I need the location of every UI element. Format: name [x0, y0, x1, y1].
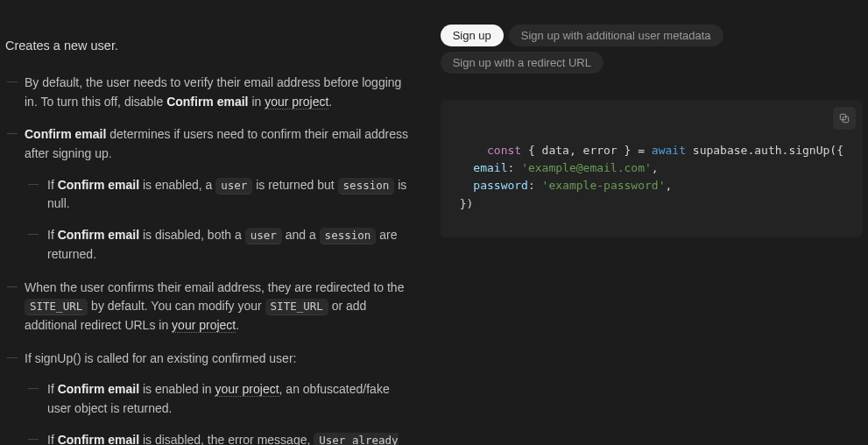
- example-panel: Sign up Sign up with additional user met…: [420, 0, 868, 445]
- your-project-link[interactable]: your project: [215, 382, 279, 397]
- list-item: Confirm email determines if users need t…: [5, 125, 414, 264]
- example-tabs: Sign up Sign up with additional user met…: [441, 25, 863, 74]
- code-chip: session: [320, 228, 377, 244]
- list-item: By default, the user needs to verify the…: [5, 74, 414, 111]
- your-project-link[interactable]: your project: [172, 318, 236, 333]
- list-item: If Confirm email is disabled, the error …: [25, 431, 414, 445]
- your-project-link[interactable]: your project: [265, 95, 328, 109]
- tab-sign-up-redirect[interactable]: Sign up with a redirect URL: [441, 52, 603, 74]
- code-chip: user: [215, 178, 252, 194]
- list-item: If signUp() is called for an existing co…: [5, 350, 414, 445]
- copy-button[interactable]: [833, 107, 856, 130]
- tab-sign-up[interactable]: Sign up: [441, 25, 504, 46]
- tab-sign-up-metadata[interactable]: Sign up with additional user metadata: [509, 25, 723, 46]
- page-description: Creates a new user.: [5, 39, 414, 53]
- code-chip: session: [338, 178, 395, 194]
- list-item: If Confirm email is disabled, both a use…: [25, 226, 414, 264]
- list-item: If Confirm email is enabled in your proj…: [25, 380, 414, 418]
- code-example: const { data, error } = await supabase.a…: [441, 100, 863, 237]
- list-item: If Confirm email is enabled, a user is r…: [25, 176, 414, 214]
- copy-icon: [838, 112, 850, 124]
- code-chip: SITE_URL: [25, 299, 88, 315]
- code-chip: user: [245, 228, 282, 244]
- notes-list: By default, the user needs to verify the…: [5, 74, 414, 445]
- documentation-panel: Creates a new user. By default, the user…: [0, 0, 420, 445]
- code-chip: SITE_URL: [265, 299, 328, 315]
- list-item: When the user confirms their email addre…: [5, 279, 414, 336]
